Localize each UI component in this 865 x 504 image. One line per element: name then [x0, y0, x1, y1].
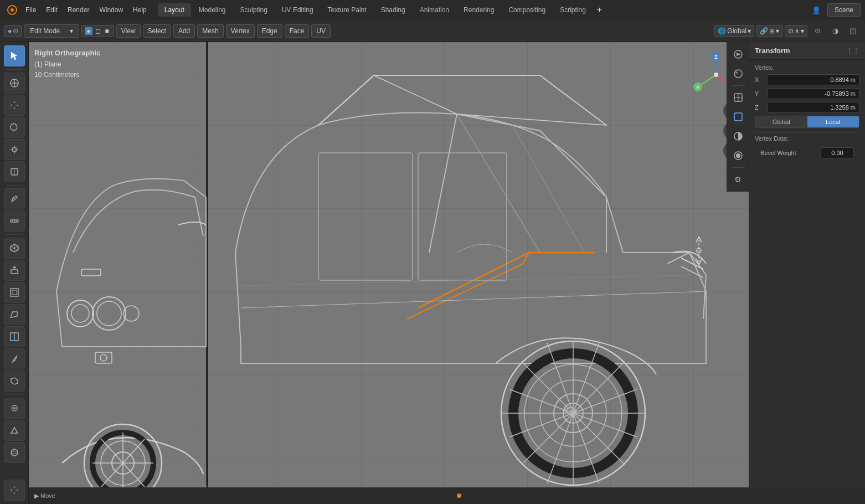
workspace-shading[interactable]: Shading: [374, 3, 412, 17]
view-btn[interactable]: View: [116, 24, 141, 38]
add-btn[interactable]: Add: [173, 24, 195, 38]
viewport-background: [29, 42, 749, 487]
wireframe-mode-btn[interactable]: [729, 108, 747, 126]
snap-group[interactable]: 🔗 ⊞ ▾: [756, 25, 782, 37]
rotate-tool-btn[interactable]: [4, 117, 25, 138]
y-value-field[interactable]: -0.75893 m: [767, 88, 859, 99]
proportional-icon: ⊙: [788, 27, 794, 35]
workspace-compositing[interactable]: Compositing: [502, 3, 552, 17]
render-preview-btn[interactable]: [729, 147, 747, 164]
face-mode-icon[interactable]: ■: [104, 27, 111, 35]
move-tool-btn[interactable]: [4, 95, 25, 116]
workspace-scripting[interactable]: Scripting: [553, 3, 593, 17]
proportional-edit[interactable]: ⊙ ∧ ▾: [785, 25, 807, 37]
workspace-layout[interactable]: Layout: [158, 3, 191, 17]
svg-point-92: [735, 71, 738, 74]
add-cube-btn[interactable]: [4, 238, 25, 259]
svg-point-24: [13, 407, 16, 409]
workspace-rendering[interactable]: Rendering: [457, 3, 501, 17]
edge-mode-icon[interactable]: ◻: [94, 27, 102, 35]
snap-icon: 🔗: [760, 27, 768, 35]
svg-line-72: [699, 75, 716, 86]
extrude-btn[interactable]: [4, 260, 25, 281]
user-icon[interactable]: 👤: [809, 2, 824, 18]
svg-text:Y: Y: [696, 85, 699, 90]
render-mode-btn[interactable]: [729, 45, 747, 63]
viewport-overlays-btn[interactable]: ⊙: [810, 23, 825, 39]
svg-rect-18: [11, 289, 18, 296]
select-btn[interactable]: Select: [143, 24, 171, 38]
transform-label: Global: [727, 27, 746, 35]
workspace-texture-paint[interactable]: Texture Paint: [321, 3, 373, 17]
left-toolbar: [0, 42, 29, 504]
solid-mode-btn[interactable]: [729, 89, 747, 106]
local-btn[interactable]: Local: [807, 116, 859, 127]
edge-btn[interactable]: Edge: [257, 24, 282, 38]
vertex-btn[interactable]: Vertex: [226, 24, 255, 38]
bevel-weight-label: Bevel Weight: [760, 150, 796, 156]
mode-dropdown[interactable]: Edit Mode ▾: [24, 24, 79, 38]
main-viewport[interactable]: Right Orthographic (1) Plane 10 Centimet…: [29, 42, 749, 487]
xray-btn[interactable]: ◫: [845, 23, 861, 39]
workspace-sculpting[interactable]: Sculpting: [234, 3, 274, 17]
workspace-modeling[interactable]: Modeling: [192, 3, 233, 17]
to-sphere-btn[interactable]: [4, 442, 25, 463]
inset-btn[interactable]: [4, 282, 25, 303]
viewport-divider: [207, 42, 208, 487]
add-workspace-btn[interactable]: +: [594, 4, 605, 16]
uv-btn[interactable]: UV: [311, 24, 331, 38]
z-value-field[interactable]: 1.3258 m: [767, 102, 859, 113]
mode-dropdown-chevron: ▾: [70, 27, 73, 35]
vp-settings-btn[interactable]: ⚙: [729, 171, 747, 188]
mesh-btn[interactable]: Mesh: [197, 24, 223, 38]
scene-name[interactable]: Scene: [827, 3, 861, 17]
bevel-weight-row: Bevel Weight 0.00: [755, 145, 859, 161]
vertex-mode-icon[interactable]: ●: [85, 27, 92, 35]
falloff-icon: ∧: [795, 27, 800, 35]
bottom-statusbar: ▶ Move: [29, 487, 865, 504]
move-status: ▶ Move: [34, 492, 55, 500]
measure-tool-btn[interactable]: [4, 210, 25, 232]
transform-tool-btn[interactable]: [4, 161, 25, 182]
global-btn[interactable]: Global: [755, 116, 807, 127]
lookdev-mode-btn[interactable]: [729, 127, 747, 145]
knife-btn[interactable]: [4, 348, 25, 369]
menu-window[interactable]: Window: [95, 4, 127, 16]
scale-tool-btn[interactable]: [4, 139, 25, 160]
bevel-btn[interactable]: [4, 304, 25, 325]
vertex-section: Vertex: X 0.8894 m Y -0.75893 m Z 1.3258…: [749, 60, 865, 165]
cursor-tool-btn[interactable]: [4, 73, 25, 94]
svg-rect-19: [12, 290, 17, 295]
shear-btn[interactable]: [4, 420, 25, 441]
transform-gizmo[interactable]: [691, 234, 707, 269]
material-preview-btn[interactable]: [729, 65, 747, 83]
x-value-field[interactable]: 0.8894 m: [767, 74, 859, 85]
workspace-uv-editing[interactable]: UV Editing: [275, 3, 320, 17]
workspace-animation[interactable]: Animation: [413, 3, 456, 17]
svg-point-1: [11, 8, 14, 12]
x-value-row: X 0.8894 m: [755, 74, 859, 85]
svg-point-99: [736, 153, 740, 158]
face-btn[interactable]: Face: [285, 24, 310, 38]
panel-options-icon[interactable]: ⋮⋮: [846, 47, 859, 55]
viewport-right-icons: ⚙: [727, 42, 749, 192]
svg-rect-96: [734, 113, 742, 121]
transform-chevron: ▾: [748, 27, 751, 35]
shrink-fatten-btn[interactable]: [4, 398, 25, 419]
svg-point-91: [734, 70, 742, 78]
select-tool-btn[interactable]: [4, 45, 25, 66]
poly-build-btn[interactable]: [4, 371, 25, 392]
top-right-controls: 👤 Scene: [809, 2, 861, 18]
move-bottom-btn[interactable]: [4, 480, 25, 501]
header-right-btns: ⊙ ◑ ◫: [810, 23, 861, 39]
bevel-weight-value[interactable]: 0.00: [821, 147, 854, 158]
x-label: X: [755, 76, 764, 83]
transform-orient[interactable]: 🌐 Global ▾: [714, 25, 754, 37]
menu-edit[interactable]: Edit: [42, 4, 62, 16]
loop-cut-btn[interactable]: [4, 326, 25, 347]
menu-help[interactable]: Help: [128, 4, 151, 16]
menu-render[interactable]: Render: [63, 4, 94, 16]
viewport-shading-btn[interactable]: ◑: [827, 23, 843, 39]
annotate-tool-btn[interactable]: [4, 188, 25, 209]
menu-file[interactable]: File: [21, 4, 40, 16]
